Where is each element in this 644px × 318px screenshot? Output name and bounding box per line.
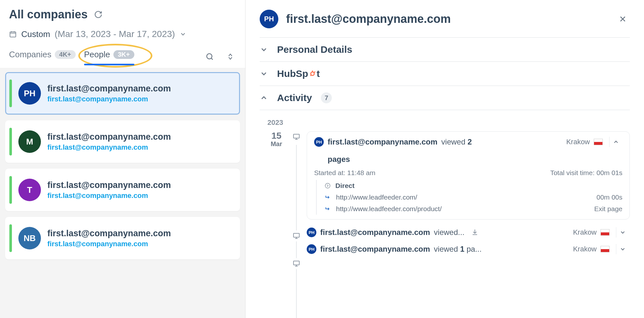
date-filter[interactable]: Custom (Mar 13, 2023 - Mar 17, 2023)	[9, 29, 236, 39]
activity-count-badge: 7	[321, 92, 332, 103]
section-activity[interactable]: Activity 7	[260, 86, 630, 110]
person-email: first.last@companyname.com	[47, 84, 171, 94]
detail-panel: PH first.last@companyname.com Personal D…	[245, 0, 644, 318]
date-range: (Mar 13, 2023 - Mar 17, 2023)	[55, 29, 175, 39]
expand-event-button[interactable]	[616, 244, 629, 254]
pages-word: pages	[328, 155, 350, 164]
chevron-down-icon	[179, 31, 187, 38]
monitor-icon	[291, 131, 302, 142]
tab-companies-label: Companies	[9, 50, 52, 60]
company-link[interactable]: first.last@companyname.com	[47, 192, 171, 200]
event-location: Krakow	[573, 245, 597, 253]
companies-count-pill: 4K+	[55, 50, 76, 59]
svg-rect-3	[293, 134, 299, 138]
sub-arrow-icon	[324, 206, 332, 212]
hubspot-logo: HubSp t	[277, 68, 320, 79]
person-email: first.last@companyname.com	[47, 132, 171, 142]
page-title: All companies	[9, 8, 88, 21]
visit-source: Direct	[324, 180, 622, 192]
total-time-value: 00m 01s	[596, 169, 622, 176]
status-strip	[9, 128, 12, 155]
monitor-icon	[291, 258, 302, 269]
section-title: Personal Details	[277, 44, 352, 55]
activity-area: 2023 15 Mar	[260, 110, 630, 269]
expand-event-button[interactable]	[616, 227, 629, 238]
chevron-up-icon	[260, 94, 268, 102]
visit-url-row[interactable]: http://www.leadfeeder.com/ 00m 00s	[324, 192, 622, 203]
svg-rect-0	[10, 32, 16, 37]
visit-duration: Exit page	[594, 205, 622, 213]
activity-event-expanded: PH first.last@companyname.com viewed 2 K…	[307, 131, 630, 220]
activity-year: 2023	[267, 118, 622, 127]
left-panel: All companies Custom (Mar 13, 2023 - Mar…	[0, 0, 245, 318]
flag-icon	[601, 229, 610, 236]
company-link[interactable]: first.last@companyname.com	[47, 240, 171, 248]
chevron-down-icon	[260, 45, 268, 54]
arrow-right-circle-icon	[324, 182, 331, 189]
active-tab-underline	[84, 64, 134, 65]
started-at-label: Started at:	[314, 169, 345, 176]
avatar: PH	[307, 228, 316, 237]
svg-point-6	[325, 183, 330, 188]
activity-event-collapsed[interactable]: PH first.last@companyname.com viewed... …	[307, 224, 630, 241]
avatar: PH	[314, 137, 324, 147]
status-strip	[9, 224, 12, 252]
svg-rect-4	[293, 233, 299, 237]
section-title: Activity	[277, 92, 312, 103]
download-icon[interactable]	[468, 229, 481, 236]
event-location: Krakow	[573, 228, 597, 237]
visit-duration: 00m 00s	[596, 193, 622, 201]
activity-event-collapsed[interactable]: PH first.last@companyname.com viewed 1 p…	[307, 241, 630, 257]
monitor-icon	[291, 230, 302, 241]
event-location: Krakow	[566, 138, 590, 146]
chevron-down-icon	[260, 70, 268, 78]
person-email: first.last@companyname.com	[47, 229, 171, 238]
started-at-time: 11:48 am	[347, 169, 376, 176]
refresh-icon[interactable]	[94, 10, 102, 19]
section-hubspot[interactable]: HubSp t	[260, 61, 630, 86]
calendar-icon	[9, 30, 17, 38]
company-link[interactable]: first.last@companyname.com	[47, 95, 171, 103]
date-label: Custom	[21, 29, 50, 39]
flag-icon	[594, 139, 603, 145]
event-user: first.last@companyname.com	[320, 228, 430, 237]
people-count-pill: 3K+	[113, 50, 134, 59]
avatar: PH	[260, 10, 278, 28]
timeline-date: 15 Mar	[267, 131, 286, 269]
avatar: PH	[18, 82, 41, 105]
tab-people-label: People	[84, 50, 110, 60]
avatar: NB	[18, 227, 41, 249]
avatar: M	[18, 130, 41, 153]
avatar: T	[18, 179, 41, 201]
total-time-label: Total visit time:	[550, 169, 595, 176]
visit-urls: Direct http://www.leadfeeder.com/ 00m 00…	[316, 180, 622, 215]
list-item[interactable]: PH first.last@companyname.com first.last…	[5, 72, 240, 115]
event-user[interactable]: first.last@companyname.com	[328, 137, 437, 146]
status-strip	[9, 80, 12, 107]
close-button[interactable]	[616, 12, 630, 26]
sort-icon[interactable]	[225, 52, 236, 61]
search-icon[interactable]	[203, 52, 216, 61]
list-item[interactable]: NB first.last@companyname.com first.last…	[5, 217, 240, 259]
sub-arrow-icon	[324, 194, 332, 201]
svg-point-1	[207, 53, 212, 59]
svg-rect-5	[293, 261, 299, 265]
section-personal-details[interactable]: Personal Details	[260, 37, 630, 61]
event-user: first.last@companyname.com	[320, 245, 430, 254]
company-link[interactable]: first.last@companyname.com	[47, 143, 171, 152]
list-item[interactable]: M first.last@companyname.com first.last@…	[5, 120, 240, 163]
list-header: All companies Custom (Mar 13, 2023 - Mar…	[0, 0, 245, 68]
tab-companies[interactable]: Companies 4K+	[9, 48, 76, 65]
tab-people[interactable]: People 3K+	[84, 48, 134, 65]
person-email: first.last@companyname.com	[47, 180, 171, 190]
collapse-event-button[interactable]	[609, 137, 622, 147]
flag-icon	[601, 246, 610, 252]
detail-header: PH first.last@companyname.com	[260, 10, 630, 37]
visit-url-row[interactable]: http://www.leadfeeder.com/product/ Exit …	[324, 203, 622, 215]
status-strip	[9, 176, 12, 204]
avatar: PH	[307, 244, 316, 254]
list-item[interactable]: T first.last@companyname.com first.last@…	[5, 169, 240, 211]
people-list: PH first.last@companyname.com first.last…	[0, 68, 245, 263]
detail-title: first.last@companyname.com	[286, 12, 451, 26]
